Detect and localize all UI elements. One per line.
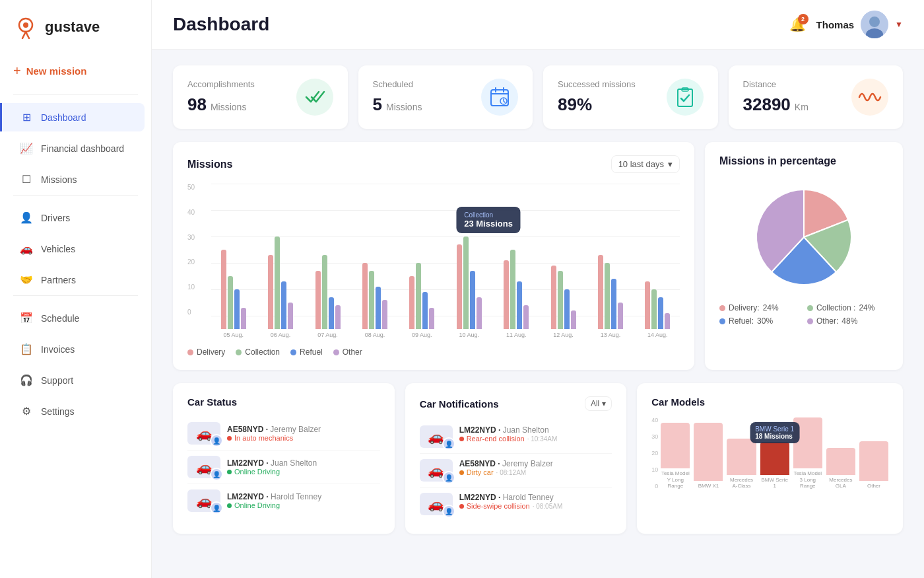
car-notif-item: 🚗 👤 LM22NYD · Juan Shelton Rear-end coll… xyxy=(420,420,612,454)
sidebar-label-invoices: Invoices xyxy=(41,344,75,355)
model-bar-label: BMW X1 xyxy=(694,483,723,489)
chart-filter[interactable]: 10 last days ▾ xyxy=(611,155,680,173)
car-status-text: Online Driving xyxy=(227,468,317,476)
bar xyxy=(362,263,368,329)
sidebar-item-missions[interactable]: ☐ Missions xyxy=(7,165,145,194)
model-bar xyxy=(859,441,888,482)
car-plate: AE58NYD · Jeremy Balzer xyxy=(227,425,321,434)
bar xyxy=(329,297,334,329)
svg-line-3 xyxy=(26,32,29,38)
avatar-image xyxy=(861,11,888,38)
car-status-title: Car Status xyxy=(187,396,237,408)
bar xyxy=(409,276,414,329)
divider-2 xyxy=(13,195,138,196)
sidebar-label-financial: Financial dashboard xyxy=(41,143,124,154)
distance-value: 32890 Km xyxy=(743,94,808,115)
logo-icon xyxy=(13,15,38,40)
sidebar-item-dashboard[interactable]: ⊞ Dashboard xyxy=(0,103,145,131)
stat-cards: Accomplishments 98 Missions Scheduled xyxy=(173,65,903,129)
sidebar-label-schedule: Schedule xyxy=(41,313,79,324)
bar xyxy=(618,303,623,329)
bar xyxy=(463,236,469,329)
topbar-right: 🔔 2 Thomas ▼ xyxy=(789,11,903,38)
car-status-card: Car Status 🚗 👤 AE58NYD · Jeremy Balzer I… xyxy=(173,383,395,534)
pie-delivery-pct: 24% xyxy=(763,303,779,312)
bar-x-label: 11 Aug. xyxy=(494,332,538,338)
sidebar-item-invoices[interactable]: 📋 Invoices xyxy=(7,335,145,363)
pie-delivery-dot xyxy=(719,305,725,311)
legend-delivery-label: Delivery xyxy=(197,347,225,357)
sidebar-item-partners[interactable]: 🤝 Partners xyxy=(7,266,145,294)
sidebar-item-vehicles[interactable]: 🚗 Vehicles xyxy=(7,235,145,263)
bar xyxy=(564,289,570,329)
bar-x-label: 05 Aug. xyxy=(211,332,255,338)
bar xyxy=(517,281,522,329)
bar-chart-x-labels: 05 Aug.06 Aug.07 Aug.08 Aug.09 Aug.10 Au… xyxy=(187,332,680,338)
user-profile[interactable]: Thomas ▼ xyxy=(816,11,903,38)
sidebar-item-financial[interactable]: 📈 Financial dashboard xyxy=(7,134,145,163)
main-content: Dashboard 🔔 2 Thomas ▼ xyxy=(152,0,924,578)
drivers-icon: 👤 xyxy=(20,211,33,224)
notif-filter[interactable]: All ▾ xyxy=(585,396,612,411)
distance-label: Distance xyxy=(743,79,808,89)
pie-chart-header: Missions in percentage xyxy=(719,155,888,167)
stat-left: Successed missions 89% xyxy=(558,79,636,115)
notif-desc: Side-swipe collision · 08:05AM xyxy=(459,502,563,510)
sidebar-item-drivers[interactable]: 👤 Drivers xyxy=(7,203,145,232)
pie-collection-dot xyxy=(807,305,813,311)
car-models-header: Car Models xyxy=(651,396,888,408)
sidebar-item-support[interactable]: 🎧 Support xyxy=(7,366,145,394)
sidebar-item-schedule[interactable]: 📅 Schedule xyxy=(7,304,145,332)
model-bar xyxy=(760,442,789,475)
notif-avatar: 🚗 👤 xyxy=(420,459,453,482)
pie-legend-other: Other: 48% xyxy=(807,316,888,326)
svg-rect-12 xyxy=(678,89,692,106)
svg-point-1 xyxy=(23,22,28,28)
bar xyxy=(651,289,657,329)
bar-x-label: 08 Aug. xyxy=(352,332,397,338)
bar-x-label: 07 Aug. xyxy=(306,332,350,338)
notif-car-plate: LM22NYD · Harold Tenney xyxy=(459,493,563,502)
page-title: Dashboard xyxy=(173,14,269,35)
missions-chart: Missions 10 last days ▾ 50 40 30 20 10 xyxy=(173,142,694,370)
car-models-chart: 403020100Tesla Model Y Long RangeBMW X1M… xyxy=(651,417,888,489)
notif-desc: Dirty car · 08:12AM xyxy=(459,468,553,476)
bar xyxy=(322,255,327,329)
bar xyxy=(241,308,246,329)
accomplishments-value: 98 Missions xyxy=(187,94,255,115)
bar xyxy=(477,297,482,329)
scheduled-label: Scheduled xyxy=(373,79,422,89)
sidebar-item-settings[interactable]: ⚙ Settings xyxy=(7,397,145,425)
check-double-icon xyxy=(304,87,325,108)
car-info: AE58NYD · Jeremy Balzer In auto mechanic… xyxy=(227,425,321,442)
stat-scheduled: Scheduled 5 Missions xyxy=(358,65,533,129)
stat-distance: Distance 32890 Km xyxy=(729,65,904,129)
model-bar-wrap: BMW Serie 118 MissionsBMW Serie 1 xyxy=(760,417,789,489)
notif-car-plate: LM22NYD · Juan Shelton xyxy=(459,425,558,435)
success-label: Successed missions xyxy=(558,79,636,89)
car-status-header: Car Status xyxy=(187,396,380,408)
pie-legend-refuel: Refuel: 30% xyxy=(719,316,801,326)
notif-info: LM22NYD · Harold Tenney Side-swipe colli… xyxy=(459,493,563,510)
tooltip-label: Collection xyxy=(464,211,513,219)
new-mission-button[interactable]: + New mission xyxy=(0,54,151,88)
notifications-button[interactable]: 🔔 2 xyxy=(789,17,806,32)
person-avatar: 👤 xyxy=(210,468,223,481)
bar xyxy=(645,281,650,329)
wave-icon xyxy=(858,89,882,105)
pie-collection-label: Collection : xyxy=(816,303,855,312)
bar xyxy=(510,250,515,329)
notif-dot xyxy=(459,437,464,441)
bar-x-label: 10 Aug. xyxy=(447,332,491,338)
chevron-icon: ▾ xyxy=(668,159,673,169)
pie-other-label: Other: xyxy=(816,316,838,326)
bar-group xyxy=(352,263,397,329)
bar xyxy=(422,292,428,329)
charts-row: Missions 10 last days ▾ 50 40 30 20 10 xyxy=(173,142,903,370)
stat-left: Accomplishments 98 Missions xyxy=(187,79,255,115)
accomplishments-label: Accomplishments xyxy=(187,79,255,89)
missions-chart-title: Missions xyxy=(187,159,232,170)
plus-icon: + xyxy=(13,63,21,79)
notif-time: · 08:05AM xyxy=(533,503,563,510)
bar-group xyxy=(258,236,302,329)
